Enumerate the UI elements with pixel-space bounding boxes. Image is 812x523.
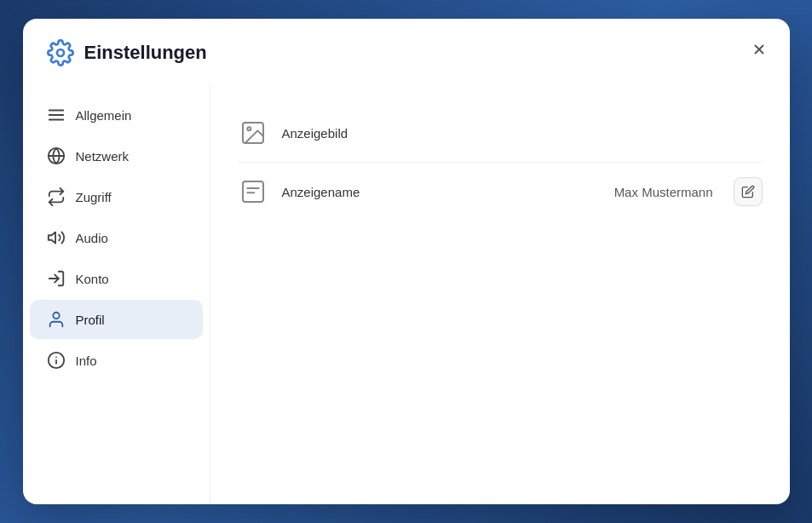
svg-point-15 <box>247 127 251 130</box>
settings-sidebar: Allgemein Netzwerk <box>23 83 210 504</box>
audio-icon <box>47 228 66 247</box>
sidebar-label-profil: Profil <box>76 313 105 327</box>
anzeigename-icon <box>238 176 268 207</box>
anzeigebild-row: Anzeigebild <box>238 104 763 163</box>
sidebar-item-profil[interactable]: Profil <box>30 300 203 339</box>
settings-icon <box>47 39 74 66</box>
sidebar-item-allgemein[interactable]: Allgemein <box>30 95 203 135</box>
network-icon <box>47 147 66 165</box>
settings-modal: Einstellungen <box>23 19 790 504</box>
sidebar-label-info: Info <box>76 353 97 368</box>
sidebar-item-netzwerk[interactable]: Netzwerk <box>30 136 203 175</box>
list-icon <box>47 106 66 124</box>
modal-header: Einstellungen <box>23 19 790 83</box>
anzeigebild-icon <box>238 118 268 148</box>
anzeigename-edit-button[interactable] <box>734 177 763 206</box>
settings-content: Anzeigebild Anzeigename Max Mustermann <box>210 83 790 504</box>
anzeigename-value: Max Mustermann <box>614 185 713 199</box>
profil-icon <box>47 310 66 329</box>
sidebar-item-zugriff[interactable]: Zugriff <box>30 177 203 216</box>
sidebar-label-konto: Konto <box>76 272 109 286</box>
close-button[interactable] <box>746 36 773 63</box>
svg-point-0 <box>57 49 64 56</box>
svg-rect-16 <box>243 181 263 202</box>
sidebar-item-audio[interactable]: Audio <box>30 218 203 257</box>
info-icon <box>47 351 66 370</box>
modal-overlay: Einstellungen <box>0 0 812 523</box>
anzeigename-label: Anzeigename <box>282 185 601 199</box>
anzeigename-row: Anzeigename Max Mustermann <box>238 163 763 221</box>
svg-point-10 <box>53 313 59 319</box>
sidebar-label-zugriff: Zugriff <box>76 190 112 204</box>
sidebar-item-info[interactable]: Info <box>30 341 203 380</box>
sidebar-label-audio: Audio <box>76 231 108 245</box>
sidebar-label-netzwerk: Netzwerk <box>76 149 130 164</box>
svg-marker-8 <box>48 233 55 244</box>
modal-body: Allgemein Netzwerk <box>23 83 790 504</box>
konto-icon <box>47 269 66 288</box>
sidebar-label-allgemein: Allgemein <box>76 108 132 123</box>
transfer-icon <box>47 187 66 206</box>
sidebar-item-konto[interactable]: Konto <box>30 259 203 298</box>
anzeigebild-label: Anzeigebild <box>282 126 763 141</box>
modal-title: Einstellungen <box>84 42 207 64</box>
